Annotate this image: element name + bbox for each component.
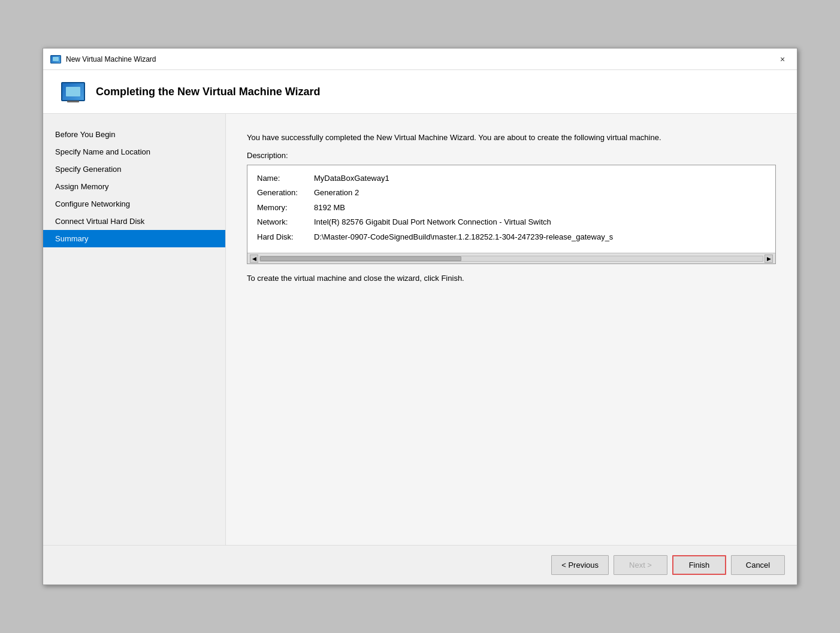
row-value-generation: Generation 2	[314, 187, 359, 199]
scroll-track[interactable]	[259, 256, 763, 262]
row-key-memory: Memory:	[257, 202, 314, 214]
row-value-memory: 8192 MB	[314, 202, 345, 214]
table-row: Hard Disk: D:\Master-0907-CodeSignedBuil…	[257, 231, 766, 243]
row-key-name: Name:	[257, 172, 314, 184]
window-title: New Virtual Machine Wizard	[66, 55, 156, 63]
table-row: Memory: 8192 MB	[257, 202, 766, 214]
intro-text: You have successfully completed the New …	[247, 132, 776, 144]
titlebar-left: New Virtual Machine Wizard	[50, 55, 156, 63]
row-value-name: MyDataBoxGateway1	[314, 172, 389, 184]
previous-button[interactable]: < Previous	[551, 555, 609, 575]
row-key-network: Network:	[257, 216, 314, 228]
scroll-right-arrow[interactable]: ▶	[765, 255, 773, 263]
sidebar-item-connect-virtual-hard-disk[interactable]: Connect Virtual Hard Disk	[43, 213, 225, 230]
footer: < Previous Next > Finish Cancel	[43, 545, 797, 584]
close-button[interactable]: ×	[775, 52, 790, 66]
scroll-thumb	[260, 256, 461, 261]
sidebar-item-specify-name-location[interactable]: Specify Name and Location	[43, 143, 225, 160]
scroll-left-arrow[interactable]: ◀	[250, 255, 258, 263]
sidebar-item-specify-generation[interactable]: Specify Generation	[43, 160, 225, 178]
wizard-window: New Virtual Machine Wizard × Completing …	[43, 48, 797, 585]
summary-table: Name: MyDataBoxGateway1 Generation: Gene…	[247, 165, 775, 253]
titlebar: New Virtual Machine Wizard ×	[43, 49, 797, 70]
wizard-title: Completing the New Virtual Machine Wizar…	[96, 86, 321, 98]
content-area: Before You Begin Specify Name and Locati…	[43, 114, 797, 545]
summary-box: Name: MyDataBoxGateway1 Generation: Gene…	[247, 165, 776, 265]
sidebar: Before You Begin Specify Name and Locati…	[43, 114, 226, 545]
sidebar-item-before-you-begin[interactable]: Before You Begin	[43, 126, 225, 143]
cancel-button[interactable]: Cancel	[731, 555, 785, 575]
row-key-generation: Generation:	[257, 187, 314, 199]
table-row: Network: Intel(R) 82576 Gigabit Dual Por…	[257, 216, 766, 228]
horizontal-scrollbar[interactable]: ◀ ▶	[247, 253, 775, 264]
table-row: Generation: Generation 2	[257, 187, 766, 199]
main-content: You have successfully completed the New …	[226, 114, 797, 545]
next-button[interactable]: Next >	[614, 555, 667, 575]
sidebar-item-configure-networking[interactable]: Configure Networking	[43, 195, 225, 213]
row-value-network: Intel(R) 82576 Gigabit Dual Port Network…	[314, 216, 551, 228]
row-key-harddisk: Hard Disk:	[257, 231, 314, 243]
window-icon	[50, 55, 61, 63]
sidebar-item-assign-memory[interactable]: Assign Memory	[43, 178, 225, 195]
sidebar-item-summary[interactable]: Summary	[43, 230, 225, 247]
description-label: Description:	[247, 151, 776, 160]
table-row: Name: MyDataBoxGateway1	[257, 172, 766, 184]
finish-button[interactable]: Finish	[672, 555, 726, 575]
row-value-harddisk: D:\Master-0907-CodeSignedBuild\master.1.…	[314, 231, 613, 243]
header-area: Completing the New Virtual Machine Wizar…	[43, 70, 797, 114]
finish-text: To create the virtual machine and close …	[247, 274, 776, 283]
wizard-icon	[61, 82, 85, 101]
